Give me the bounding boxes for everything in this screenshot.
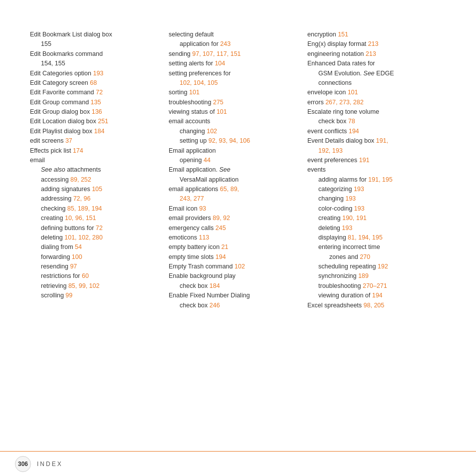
page-link[interactable]: 275 (213, 99, 224, 106)
page-link[interactable]: 174 (73, 147, 83, 154)
page-link[interactable]: 72 (96, 225, 103, 232)
page-link[interactable]: 193 (354, 205, 365, 212)
page-link[interactable]: 194 (349, 128, 359, 135)
list-item: scheduling repeating 192 (307, 262, 436, 271)
index-text: restrictions for (41, 272, 82, 279)
page-link[interactable]: 135 (91, 99, 101, 106)
page-link[interactable]: 193 (354, 186, 364, 193)
list-item: Edit Bookmarks command (30, 49, 159, 59)
page-link[interactable]: 151 (338, 31, 348, 38)
page-link[interactable]: 105 (92, 186, 102, 193)
index-text: creating (318, 215, 342, 222)
page-link[interactable]: 54 (75, 243, 82, 250)
page-link[interactable]: 251 (98, 118, 108, 125)
list-item: dialing from 54 (30, 242, 159, 252)
index-text: zones and (329, 253, 360, 260)
page-link[interactable]: 270 (360, 253, 370, 260)
page-link[interactable]: 10, 96, 151 (65, 215, 96, 222)
page-link[interactable]: 78 (348, 118, 355, 125)
list-item: connections (307, 78, 436, 88)
page-link[interactable]: 100 (72, 253, 82, 260)
page-link[interactable]: 193 (342, 225, 352, 232)
page-link[interactable]: 21 (222, 243, 229, 250)
page-link[interactable]: 101 (348, 89, 358, 96)
page-link[interactable]: 184 (94, 128, 105, 135)
page-link[interactable]: 245 (216, 225, 226, 232)
page-link[interactable]: 44 (204, 157, 211, 164)
page-link[interactable]: 243, 277 (180, 195, 204, 202)
page-link[interactable]: 81, 194, 195 (348, 234, 383, 241)
page-link[interactable]: 194 (216, 253, 226, 260)
page-link[interactable]: 89, 252 (70, 176, 91, 183)
page-link[interactable]: 191, (376, 137, 388, 144)
index-text: defining buttons for (41, 225, 96, 232)
page-link[interactable]: 270–271 (363, 282, 387, 289)
page-link[interactable]: 68 (90, 79, 97, 86)
list-item: categorizing 193 (307, 185, 436, 194)
page-link[interactable]: 192 (378, 263, 388, 270)
index-text: application for (180, 40, 220, 47)
page-link[interactable]: 190, 191 (342, 215, 367, 222)
page-link[interactable]: 37 (65, 137, 72, 144)
page-link[interactable]: 60 (82, 272, 89, 279)
list-item: adding alarms for 191, 195 (307, 175, 436, 185)
page-link[interactable]: 194 (372, 292, 383, 299)
list-item: encryption 151 (307, 30, 436, 39)
page-link[interactable]: 102 (235, 263, 245, 270)
list-item: entering incorrect time (307, 242, 436, 252)
page-link[interactable]: 189 (358, 272, 369, 279)
list-item: event conflicts 194 (307, 127, 436, 136)
page-link[interactable]: 93 (199, 205, 206, 212)
index-text: scrolling (41, 292, 65, 299)
page-link[interactable]: 72 (96, 89, 103, 96)
page-link[interactable]: 113 (199, 234, 209, 241)
index-text: forwarding (41, 253, 72, 260)
page-link[interactable]: 72, 96 (73, 195, 91, 202)
page-link[interactable]: 184 (210, 282, 220, 289)
page-link[interactable]: 85, 189, 194 (67, 205, 102, 212)
list-item: setting preferences for (169, 69, 297, 78)
list-item: Edit Categories option 193 (30, 69, 159, 78)
page-link[interactable]: 193 (93, 70, 103, 77)
index-text: changing (318, 195, 345, 202)
page-link[interactable]: 193 (345, 195, 356, 202)
page-link[interactable]: 98, 205 (364, 302, 385, 309)
index-text: edit screens (30, 137, 65, 144)
page-link[interactable]: 85, 99, 102 (68, 282, 100, 289)
page-link[interactable]: 213 (368, 40, 379, 47)
page-link[interactable]: 102, 104, 105 (180, 79, 218, 86)
page-link[interactable]: 65, 89, (220, 186, 239, 193)
page-link[interactable]: 102 (207, 128, 217, 135)
list-item: 243, 277 (169, 194, 297, 204)
index-text: Email icon (169, 205, 199, 212)
page-link[interactable]: 191 (359, 157, 370, 164)
page-link[interactable]: 101 (217, 108, 227, 115)
page: Edit Bookmark List dialog box155Edit Boo… (0, 0, 476, 476)
list-item: creating 10, 96, 151 (30, 214, 159, 223)
index-text: creating (41, 215, 65, 222)
page-link[interactable]: 97, 107, 117, 151 (192, 50, 240, 57)
list-item: Edit Group command 135 (30, 98, 159, 107)
page-link[interactable]: 92, 93, 94, 106 (209, 137, 250, 144)
page-link[interactable]: 101 (189, 89, 200, 96)
page-link[interactable]: 267, 273, 282 (325, 99, 363, 106)
page-link[interactable]: 136 (92, 108, 102, 115)
page-link[interactable]: 213 (366, 50, 376, 57)
index-text: categorizing (318, 186, 354, 193)
page-link[interactable]: 101, 102, 280 (64, 234, 102, 241)
column-3: encryption 151Eng(x) display format 213e… (307, 30, 446, 421)
page-link[interactable]: 104 (215, 60, 225, 67)
page-link[interactable]: 99 (65, 292, 72, 299)
page-link[interactable]: 246 (210, 302, 220, 309)
list-item: zones and 270 (307, 252, 436, 262)
list-item: restrictions for 60 (30, 271, 159, 281)
list-item: synchronizing 189 (307, 271, 436, 281)
list-item: envelope icon 101 (307, 88, 436, 97)
list-item: emergency calls 245 (169, 224, 297, 233)
page-link[interactable]: 89, 92 (213, 215, 230, 222)
page-link[interactable]: 191, 195 (368, 176, 393, 183)
page-link[interactable]: 243 (220, 40, 231, 47)
page-link[interactable]: 192, 193 (318, 147, 343, 154)
index-text: Escalate ring tone volume (307, 108, 379, 115)
page-link[interactable]: 97 (70, 263, 77, 270)
